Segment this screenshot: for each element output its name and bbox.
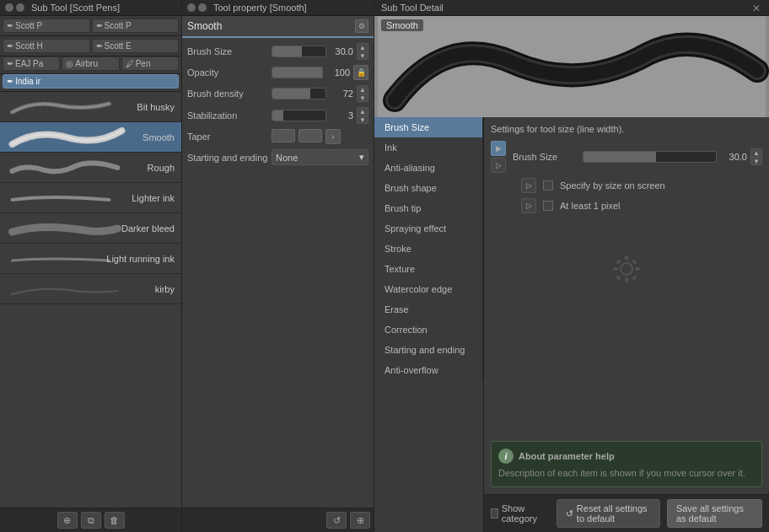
brush-density-spinner[interactable]: ▲ ▼ — [357, 85, 368, 102]
detail-brush-size-slider[interactable] — [583, 151, 717, 163]
brush-preview-darker-bleed — [3, 217, 131, 240]
sub-tool-panel: Sub Tool [Scott Pens] ✒ Scott P ✒ Scott … — [0, 0, 182, 532]
nav-brush-shape[interactable]: Brush shape — [374, 178, 483, 198]
nav-brush-size[interactable]: Brush Size — [374, 117, 483, 137]
reset-all-settings-button[interactable]: ↺ Reset all settings to default — [557, 499, 660, 528]
starting-ending-select[interactable]: None ▾ — [272, 149, 368, 165]
tab-scott-e[interactable]: ✒ Scott E — [92, 39, 180, 53]
detail-brush-size-icon2[interactable]: ▷ — [491, 158, 506, 173]
brush-density-label: Brush density — [187, 89, 272, 99]
detail-brush-size-row: ▶ ▷ Brush Size 30.0 ▲ ▼ — [491, 141, 762, 173]
taper-label: Taper — [187, 132, 272, 142]
nav-starting-and-ending[interactable]: Starting and ending — [374, 340, 483, 360]
brush-size-spinner[interactable]: ▲ ▼ — [357, 43, 368, 60]
atleast-pixel-checkbox[interactable] — [543, 201, 553, 211]
tab-eaj-pa[interactable]: ✒ EAJ Pa — [3, 56, 60, 71]
minimize-dot[interactable] — [16, 3, 24, 12]
detail-title: Sub Tool Detail — [381, 3, 444, 13]
brush-item-lighter-ink[interactable]: Lighter ink — [0, 183, 181, 213]
taper-box-1[interactable] — [272, 129, 295, 142]
stabilization-slider[interactable] — [272, 110, 326, 121]
brush-preview-rough — [3, 156, 131, 180]
stabilization-row: Stabilization 3 ▲ ▼ — [187, 107, 368, 124]
detail-brush-size-up[interactable]: ▲ — [750, 148, 762, 157]
show-category-checkbox[interactable] — [491, 508, 498, 519]
brush-item-bit-husky[interactable]: Bit husky — [0, 92, 181, 122]
taper-box-2[interactable] — [298, 129, 322, 142]
brush-item-rough[interactable]: Rough — [0, 153, 181, 183]
save-all-settings-button[interactable]: Save all settings as default — [667, 499, 762, 528]
nav-stroke[interactable]: Stroke — [374, 239, 483, 259]
stabilization-down[interactable]: ▼ — [357, 116, 368, 124]
brush-size-up[interactable]: ▲ — [357, 43, 368, 51]
svg-rect-4 — [613, 267, 618, 271]
brush-preview-kirby — [3, 277, 131, 301]
duplicate-brush-button[interactable]: ⧉ — [81, 512, 101, 529]
stabilization-up[interactable]: ▲ — [357, 107, 368, 116]
tab-india-ink[interactable]: ✒ India ir — [3, 74, 179, 89]
tool-property-title: Tool property [Smooth] — [213, 3, 307, 13]
detail-close-icon[interactable]: ✕ — [752, 3, 762, 13]
nav-ink[interactable]: Ink — [374, 137, 483, 158]
brush-density-slider[interactable] — [272, 88, 326, 99]
taper-expand-icon[interactable]: › — [325, 129, 341, 144]
brush-density-up[interactable]: ▲ — [357, 85, 368, 94]
nav-erase[interactable]: Erase — [374, 299, 483, 320]
detail-brush-size-down[interactable]: ▼ — [750, 157, 762, 165]
delete-brush-button[interactable]: 🗑 — [105, 512, 125, 529]
opacity-lock-icon[interactable]: 🔒 — [353, 65, 368, 80]
brush-size-down[interactable]: ▼ — [357, 51, 368, 60]
property-settings-icon[interactable]: ⚙ — [355, 19, 368, 33]
close-dot[interactable] — [5, 3, 13, 12]
brush-density-down[interactable]: ▼ — [357, 94, 368, 102]
detail-titlebar: Sub Tool Detail ✕ — [374, 0, 769, 16]
opacity-slider[interactable] — [272, 67, 323, 78]
specify-screen-checkbox[interactable] — [543, 180, 553, 191]
detail-atleast-icon[interactable]: ▷ — [521, 198, 536, 213]
brush-item-light-running-ink[interactable]: Light running ink — [0, 244, 181, 274]
add-brush-button[interactable]: ⊕ — [57, 512, 78, 529]
nav-anti-overflow[interactable]: Anti-overflow — [374, 360, 483, 380]
nav-anti-aliasing[interactable]: Anti-aliasing — [374, 158, 483, 178]
brush-size-slider[interactable] — [272, 46, 326, 57]
atleast-pixel-label: At least 1 pixel — [560, 201, 621, 211]
brush-item-kirby[interactable]: kirby — [0, 274, 181, 304]
tab-airbrush[interactable]: ◎ Airbru — [62, 56, 119, 71]
brush-item-smooth[interactable]: Smooth — [0, 122, 181, 153]
tool-tabs-row2: ✒ Scott H ✒ Scott E — [0, 36, 181, 56]
svg-rect-6 — [616, 259, 621, 265]
property-reset-button[interactable]: ↺ — [326, 512, 347, 529]
nav-brush-tip[interactable]: Brush tip — [374, 198, 483, 218]
brush-item-darker-bleed[interactable]: Darker bleed — [0, 213, 181, 244]
sub-tool-detail-panel: Sub Tool Detail ✕ Smooth Brush Size Ink … — [374, 0, 769, 532]
svg-rect-9 — [632, 259, 637, 265]
detail-specify-icon[interactable]: ▷ — [521, 178, 536, 193]
stabilization-value: 3 — [330, 110, 353, 121]
tab-scott-p2[interactable]: ✒ Scott P — [92, 19, 180, 33]
tp-minimize-dot[interactable] — [198, 3, 207, 12]
detail-content-area: Settings for tool size (line width). ▶ ▷… — [484, 117, 769, 434]
tab-scott-p1[interactable]: ✒ Scott P — [3, 19, 90, 33]
pen-icon4: ✒ — [96, 41, 103, 51]
svg-rect-2 — [625, 255, 628, 261]
svg-rect-8 — [616, 275, 621, 281]
stabilization-spinner[interactable]: ▲ ▼ — [357, 107, 368, 124]
tool-tabs-row3: ✒ EAJ Pa ◎ Airbru 🖊 Pen — [0, 56, 181, 74]
opacity-value: 100 — [326, 67, 350, 78]
nav-spraying-effect[interactable]: Spraying effect — [374, 218, 483, 239]
brush-preview-lighter-ink — [3, 186, 131, 210]
pen-icon2: ✒ — [96, 21, 103, 30]
tab-pen[interactable]: 🖊 Pen — [121, 56, 179, 71]
tab-scott-h[interactable]: ✒ Scott H — [3, 39, 90, 53]
detail-brush-size-spinner[interactable]: ▲ ▼ — [750, 148, 762, 165]
nav-texture[interactable]: Texture — [374, 259, 483, 279]
stabilization-slider-container: 3 ▲ ▼ — [272, 107, 368, 124]
nav-watercolor-edge[interactable]: Watercolor edge — [374, 279, 483, 299]
detail-brush-size-icon1[interactable]: ▶ — [491, 141, 506, 156]
tp-close-dot[interactable] — [187, 3, 196, 12]
detail-row-specify: ▷ Specify by size on screen — [521, 178, 762, 193]
opacity-slider-container: 100 🔒 — [272, 65, 368, 80]
nav-correction[interactable]: Correction — [374, 320, 483, 340]
window-controls — [5, 3, 24, 12]
property-zoom-button[interactable]: ⊕ — [350, 512, 370, 529]
